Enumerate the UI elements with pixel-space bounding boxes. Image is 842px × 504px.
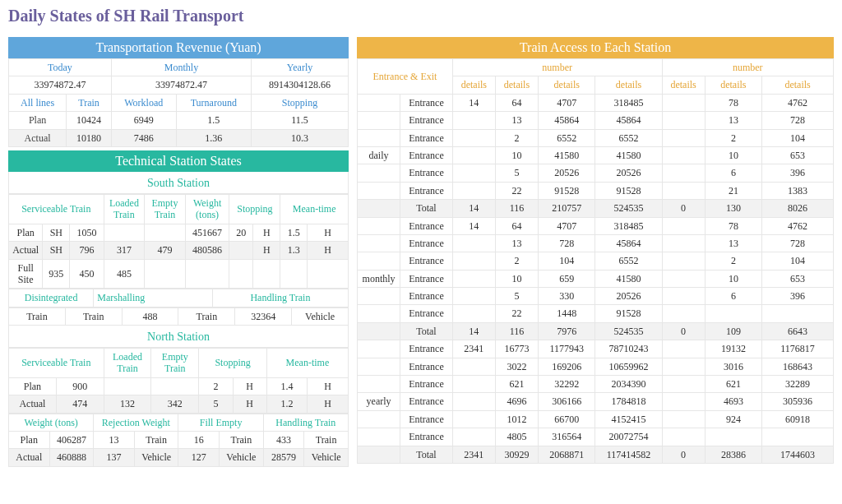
cell: 20072754 xyxy=(595,428,662,446)
cell: 330 xyxy=(539,288,595,305)
cell: 1012 xyxy=(495,410,538,428)
lbl-plan: Plan xyxy=(9,432,50,449)
cell: 2341 xyxy=(452,340,495,358)
cell: 318485 xyxy=(595,94,662,111)
cell: Train xyxy=(65,307,122,325)
cell: 2 xyxy=(705,252,761,270)
cell: 900 xyxy=(56,377,104,395)
cell xyxy=(452,112,495,129)
entry-label: Entrance xyxy=(400,112,453,129)
north-table-1: Serviceable Train Loaded Train Empty Tra… xyxy=(8,348,349,414)
hdr-weight: Weight (tons) xyxy=(185,194,229,224)
cell: 0 xyxy=(662,446,705,463)
cell: 10.3 xyxy=(252,129,349,146)
cell: 14 xyxy=(452,94,495,111)
cell: 78 xyxy=(705,217,761,234)
hdr-entexit: Entrance & Exit xyxy=(358,59,453,95)
north-station-label: North Station xyxy=(8,326,349,348)
period-blank xyxy=(358,182,400,199)
cell: 1383 xyxy=(762,182,834,199)
cell: 28386 xyxy=(705,446,761,463)
cell: 11.5 xyxy=(252,112,349,129)
cell: 6 xyxy=(705,288,761,305)
cell: Train xyxy=(220,432,264,449)
cell xyxy=(662,94,705,111)
total-label: Total xyxy=(400,322,453,340)
cell: 396 xyxy=(762,288,834,305)
hdr-stopping: Stopping xyxy=(252,94,349,111)
cell: 1177943 xyxy=(539,340,595,358)
cell: 66700 xyxy=(539,410,595,428)
cell: 137 xyxy=(94,449,135,466)
cell: H xyxy=(253,224,280,241)
cell: 28579 xyxy=(263,449,304,466)
hdr-details: details xyxy=(762,76,834,94)
hdr-details: details xyxy=(662,76,705,94)
cell: 4707 xyxy=(539,94,595,111)
cell: 6643 xyxy=(762,322,834,340)
total-label: Total xyxy=(400,446,453,463)
cell: 7486 xyxy=(111,129,176,146)
cell: 5 xyxy=(495,164,538,182)
cell xyxy=(662,234,705,252)
cell xyxy=(762,305,834,322)
cell xyxy=(452,252,495,270)
hdr-stopping: Stopping xyxy=(199,349,267,378)
cell: 4762 xyxy=(762,94,834,111)
hdr-fillempty: Fill Empty xyxy=(178,414,263,431)
cell: 64 xyxy=(495,217,538,234)
cell xyxy=(452,428,495,446)
hdr-number: number xyxy=(662,59,833,76)
cell: 41580 xyxy=(595,270,662,287)
cell: 5 xyxy=(199,395,233,413)
hdr-serviceable: Serviceable Train xyxy=(9,194,104,224)
entry-label: Entrance xyxy=(400,376,453,393)
cell: H xyxy=(308,242,349,259)
cell: 935 xyxy=(43,259,70,289)
val-yearly: 8914304128.66 xyxy=(252,76,349,94)
cell: 13 xyxy=(495,234,538,252)
cell: 91528 xyxy=(595,305,662,322)
cell: H xyxy=(308,395,349,413)
cell: 1.2 xyxy=(266,395,308,413)
cell: Train xyxy=(9,307,66,325)
cell xyxy=(452,410,495,428)
cell: 1.4 xyxy=(266,377,308,395)
north-table-2: Weight (tons) Rejection Weight Fill Empt… xyxy=(8,414,349,467)
cell xyxy=(662,393,705,410)
cell: 653 xyxy=(762,270,834,287)
cell xyxy=(452,164,495,182)
cell: 45864 xyxy=(595,112,662,129)
period-blank xyxy=(358,94,400,111)
cell: 168643 xyxy=(762,358,834,375)
entry-label: Entrance xyxy=(400,234,453,252)
cell xyxy=(452,270,495,287)
cell: 621 xyxy=(705,376,761,393)
period-blank xyxy=(358,234,400,252)
hdr-today: Today xyxy=(9,59,112,76)
cell: 10424 xyxy=(67,112,112,129)
hdr-details: details xyxy=(539,76,595,94)
cell: 13 xyxy=(705,234,761,252)
cell xyxy=(705,305,761,322)
cell: 450 xyxy=(70,259,104,289)
cell: 1448 xyxy=(539,305,595,322)
cell: 406287 xyxy=(49,432,94,449)
cell: 91528 xyxy=(595,182,662,199)
cell: 6 xyxy=(705,164,761,182)
cell: H xyxy=(308,224,349,241)
cell: 41580 xyxy=(595,146,662,164)
entry-label: Entrance xyxy=(400,305,453,322)
cell: Vehicle xyxy=(220,449,264,466)
cell: 659 xyxy=(539,270,595,287)
hdr-empty: Empty Train xyxy=(145,194,186,224)
cell: 4693 xyxy=(705,393,761,410)
cell: 32289 xyxy=(762,376,834,393)
cell: 796 xyxy=(70,242,104,259)
cell: 317 xyxy=(104,242,145,259)
cell: 342 xyxy=(151,395,199,413)
cell xyxy=(452,288,495,305)
cell: 210757 xyxy=(539,200,595,217)
cell: 460888 xyxy=(49,449,94,466)
revenue-table: Today Monthly Yearly 33974872.47 3397487… xyxy=(8,58,349,147)
